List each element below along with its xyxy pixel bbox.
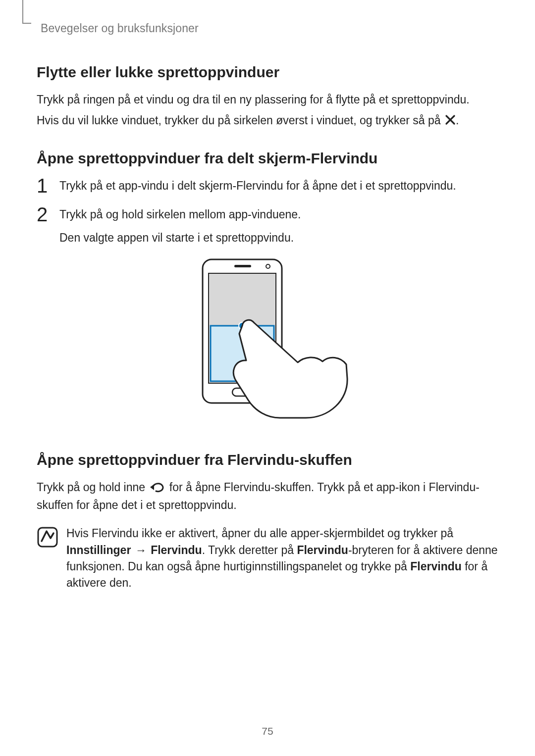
- step-2: 2 Trykk på og hold sirkelen mellom app-v…: [37, 206, 498, 245]
- step-2-line2: Den valgte appen vil starte i et spretto…: [59, 230, 498, 246]
- svg-rect-9: [38, 528, 57, 547]
- x-icon: [445, 114, 456, 125]
- step-2-number: 2: [37, 204, 59, 224]
- note-b4: Flervindu: [410, 560, 462, 573]
- note-t2: . Trykk deretter på: [202, 544, 297, 556]
- note-t1: Hvis Flervindu ikke er aktivert, åpner d…: [66, 527, 453, 540]
- note-b1: Innstillinger: [66, 544, 131, 556]
- arrow-icon: →: [134, 544, 151, 556]
- step-1-number: 1: [37, 176, 59, 196]
- para-close-text-a: Hvis du vil lukke vinduet, trykker du på…: [37, 114, 444, 127]
- note-text: Hvis Flervindu ikke er aktivert, åpner d…: [66, 525, 498, 591]
- para-close-text-b: .: [456, 114, 459, 127]
- section-breadcrumb: Bevegelser og bruksfunksjoner: [41, 22, 500, 35]
- note-b3: Flervindu: [297, 544, 348, 556]
- para-move: Trykk på ringen på et vindu og dra til e…: [37, 92, 498, 107]
- ordered-steps: 1 Trykk på et app-vindu i delt skjerm-Fl…: [37, 178, 498, 245]
- page-corner-mark: [22, 0, 31, 24]
- step-2-line1: Trykk på og hold sirkelen mellom app-vin…: [59, 206, 498, 222]
- step-1: 1 Trykk på et app-vindu i delt skjerm-Fl…: [37, 178, 498, 196]
- heading-from-drawer: Åpne sprettoppvinduer fra Flervindu-skuf…: [37, 452, 498, 468]
- para-hold-return-a: Trykk på og hold inne: [37, 481, 148, 494]
- note-b2: Flervindu: [151, 544, 202, 556]
- note-block: Hvis Flervindu ikke er aktivert, åpner d…: [37, 525, 498, 591]
- page-number: 75: [0, 725, 535, 737]
- page-content: Flytte eller lukke sprettoppvinduer Tryk…: [35, 64, 500, 592]
- para-hold-return: Trykk på og hold inne for å åpne Flervin…: [37, 479, 498, 514]
- manual-page: Bevegelser og bruksfunksjoner Flytte ell…: [0, 0, 535, 756]
- heading-move-close: Flytte eller lukke sprettoppvinduer: [37, 64, 498, 81]
- note-icon: [37, 526, 58, 548]
- heading-from-split: Åpne sprettoppvinduer fra delt skjerm-Fl…: [37, 150, 498, 167]
- return-icon: [149, 481, 165, 497]
- figure-container: [37, 256, 498, 420]
- svg-rect-6: [234, 265, 251, 267]
- para-close: Hvis du vil lukke vinduet, trykker du på…: [37, 112, 498, 128]
- phone-touch-illustration: [181, 256, 354, 420]
- step-1-text: Trykk på et app-vindu i delt skjerm-Fler…: [59, 178, 498, 194]
- step-2-body: Trykk på og hold sirkelen mellom app-vin…: [59, 206, 498, 245]
